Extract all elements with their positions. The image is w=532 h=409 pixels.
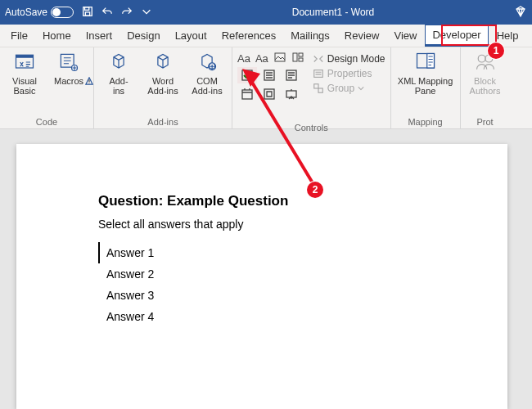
com-addins-label: COM Add-ins (192, 76, 222, 96)
svg-rect-22 (426, 54, 434, 69)
question-prompt: Select all answers that apply (98, 218, 475, 231)
svg-rect-19 (314, 84, 318, 88)
tab-home[interactable]: Home (36, 26, 78, 45)
addins-icon (107, 51, 130, 74)
redo-icon[interactable] (121, 6, 133, 20)
building-block-icon[interactable] (291, 51, 304, 65)
xml-mapping-label: XML Mapping Pane (398, 76, 453, 96)
tab-layout[interactable]: Layout (169, 26, 214, 45)
com-addins-button[interactable]: COM Add-ins (187, 51, 227, 96)
ribbon-group-addins: Add- ins Word Add-ins COM Add-ins Add-in… (94, 47, 232, 128)
toggle-switch-icon (51, 7, 74, 18)
svg-rect-2 (85, 11, 89, 15)
titlebar: AutoSave Document1 - Word (0, 0, 532, 25)
svg-rect-1 (85, 7, 89, 10)
svg-rect-8 (275, 53, 285, 61)
tab-review[interactable]: Review (338, 26, 386, 45)
tab-mailings[interactable]: Mailings (284, 26, 336, 45)
annotation-badge-2: 2 (307, 182, 323, 198)
document-page[interactable]: Question: Example Question Select all an… (16, 144, 507, 409)
design-mode-label: Design Mode (327, 53, 385, 65)
group-control-label: Group (327, 83, 354, 94)
svg-rect-18 (314, 70, 323, 78)
document-title: Document1 - Word (152, 7, 514, 18)
macros-icon (57, 51, 80, 74)
undo-icon[interactable] (101, 6, 113, 20)
group-label-mapping: Mapping (396, 115, 455, 127)
checkbox-content-control-button[interactable] (237, 67, 257, 83)
svg-rect-15 (242, 90, 252, 99)
annotation-box-tab (441, 25, 497, 46)
tab-insert[interactable]: Insert (79, 26, 119, 45)
svg-rect-9 (293, 53, 297, 61)
visual-basic-button[interactable]: Visual Basic (5, 51, 44, 96)
addins-button[interactable]: Add- ins (99, 51, 138, 96)
svg-rect-12 (242, 70, 252, 80)
tab-design[interactable]: Design (120, 26, 166, 45)
xml-mapping-pane-button[interactable]: XML Mapping Pane (396, 51, 455, 96)
tab-references[interactable]: References (215, 26, 282, 45)
tab-view[interactable]: View (387, 26, 423, 45)
group-label-protect: Prot (466, 115, 505, 127)
properties-button[interactable]: Properties (313, 68, 385, 79)
date-picker-icon[interactable] (237, 86, 257, 102)
svg-rect-10 (299, 53, 303, 56)
answer-list: Answer 1 Answer 2 Answer 3 Answer 4 (98, 242, 475, 327)
block-authors-label: Block Authors (470, 76, 501, 96)
macros-label: Macros (54, 76, 83, 86)
save-icon[interactable] (82, 6, 93, 20)
list-item[interactable]: Answer 3 (98, 285, 475, 306)
ribbon-group-controls: Aa Aa Design Mode Properties Group (232, 47, 391, 128)
ribbon-group-code: Visual Basic Macros Code (0, 47, 94, 128)
picture-content-icon[interactable] (273, 51, 286, 65)
svg-rect-16 (264, 89, 274, 99)
ribbon-group-protect: Block Authors Prot (461, 47, 510, 128)
visual-basic-label: Visual Basic (12, 76, 37, 96)
properties-label: Properties (327, 68, 372, 79)
word-addins-icon (151, 51, 174, 74)
repeating-section-icon[interactable] (259, 86, 279, 102)
autosave-label: AutoSave (5, 7, 47, 18)
ribbon-group-mapping: XML Mapping Pane Mapping (391, 47, 461, 128)
rich-text-content-icon[interactable]: Aa (237, 52, 250, 65)
combobox-content-icon[interactable] (259, 67, 279, 83)
word-addins-button[interactable]: Word Add-ins (143, 51, 183, 96)
dropdown-icon[interactable] (141, 6, 152, 20)
plain-text-content-icon[interactable]: Aa (255, 52, 268, 65)
visual-basic-icon (13, 51, 36, 74)
group-label-code: Code (5, 115, 88, 127)
ribbon: Visual Basic Macros Code Add- ins Word A… (0, 47, 532, 129)
annotation-badge-1: 1 (488, 43, 504, 59)
com-addins-icon (196, 51, 219, 74)
xml-mapping-icon (414, 51, 437, 74)
autosave-toggle[interactable]: AutoSave (5, 7, 74, 18)
svg-rect-20 (318, 88, 322, 92)
word-addins-label: Word Add-ins (147, 76, 178, 96)
list-item[interactable]: Answer 2 (98, 263, 475, 285)
svg-point-23 (478, 55, 485, 62)
addins-label: Add- ins (109, 76, 128, 96)
group-button[interactable]: Group (313, 83, 385, 94)
dropdown-content-icon[interactable] (282, 67, 301, 83)
tab-file[interactable]: File (4, 26, 34, 45)
svg-rect-11 (299, 58, 303, 61)
list-item[interactable]: Answer 4 (98, 306, 475, 327)
list-item[interactable]: Answer 1 (98, 242, 475, 263)
question-heading: Question: Example Question (98, 193, 475, 209)
page-area: Question: Example Question Select all an… (0, 129, 532, 409)
legacy-tools-icon[interactable] (282, 86, 301, 102)
macros-button[interactable]: Macros (49, 51, 88, 86)
diamond-icon[interactable] (514, 5, 527, 20)
group-label-addins: Add-ins (99, 115, 227, 127)
svg-rect-4 (16, 55, 34, 58)
group-label-controls: Controls (237, 121, 385, 133)
design-mode-button[interactable]: Design Mode (313, 53, 385, 65)
